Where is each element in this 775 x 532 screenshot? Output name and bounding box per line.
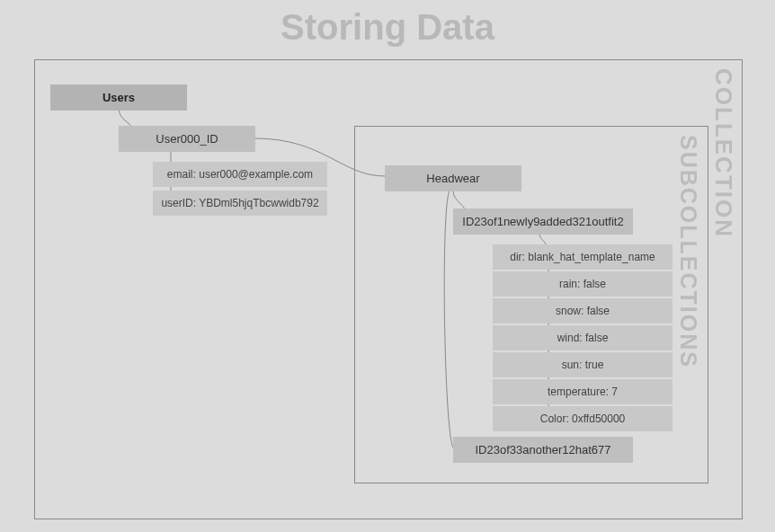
- outfit-field-wind: wind: false: [493, 325, 673, 350]
- outfit-field-dir: dir: blank_hat_template_name: [493, 244, 673, 270]
- user-field-email: email: user000@example.com: [153, 162, 327, 187]
- outfit-field-temperature: temperature: 7: [493, 379, 673, 404]
- outfit-document-node-1: ID23of1newly9added321outfit2: [453, 208, 633, 235]
- outfit-document-node-2: ID23of33another12hat677: [453, 437, 633, 463]
- user-document-node: User000_ID: [119, 126, 255, 152]
- headwear-collection-node: Headwear: [385, 165, 521, 191]
- page-title: Storing Data: [0, 7, 775, 48]
- outfit-field-rain: rain: false: [493, 271, 673, 297]
- collection-side-label: COLLECTION: [709, 68, 737, 238]
- outfit-field-color: Color: 0xffd50000: [493, 406, 673, 431]
- users-collection-node: Users: [50, 84, 187, 111]
- user-field-userid: userID: YBDml5hjqTbcwwidb792: [153, 191, 327, 216]
- outfit-field-sun: sun: true: [493, 352, 673, 377]
- outfit-field-snow: snow: false: [493, 298, 673, 324]
- subcollections-side-label: SUBCOLLECTIONS: [675, 135, 701, 368]
